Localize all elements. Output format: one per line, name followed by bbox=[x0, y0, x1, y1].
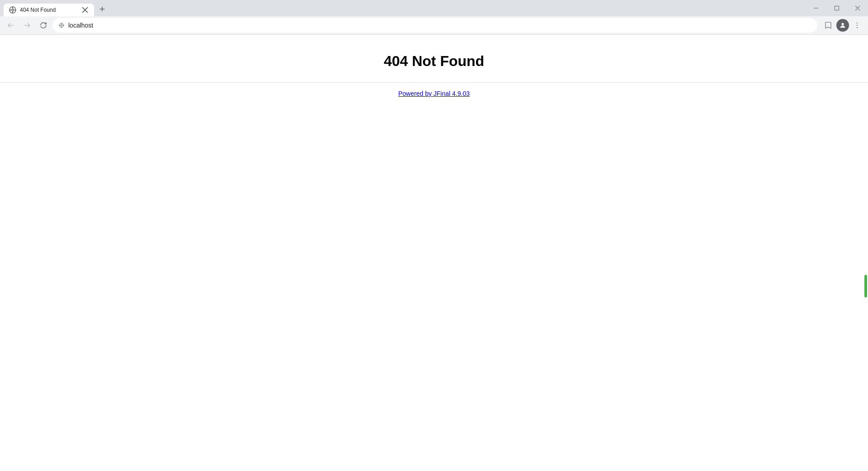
tab-favicon-icon bbox=[9, 6, 16, 14]
powered-by-link[interactable]: Powered by JFinal 4.9.03 bbox=[398, 90, 470, 97]
tab-close-button[interactable] bbox=[81, 6, 89, 14]
svg-point-5 bbox=[841, 23, 844, 25]
svg-point-8 bbox=[857, 27, 858, 28]
title-bar: 404 Not Found bbox=[0, 0, 868, 16]
bookmark-button[interactable] bbox=[821, 18, 835, 33]
page-heading: 404 Not Found bbox=[384, 53, 484, 70]
svg-point-4 bbox=[61, 24, 62, 26]
profile-button[interactable] bbox=[836, 19, 849, 32]
active-tab[interactable]: 404 Not Found bbox=[4, 4, 94, 16]
tab-title: 404 Not Found bbox=[20, 7, 78, 13]
window-controls bbox=[806, 0, 868, 16]
svg-point-7 bbox=[857, 25, 858, 26]
security-icon bbox=[58, 22, 65, 28]
svg-point-0 bbox=[9, 7, 16, 13]
maximize-button[interactable] bbox=[826, 0, 847, 16]
svg-rect-2 bbox=[835, 6, 839, 10]
new-tab-button[interactable] bbox=[96, 3, 108, 15]
close-button[interactable] bbox=[847, 0, 868, 16]
reload-button[interactable] bbox=[36, 18, 51, 33]
svg-point-6 bbox=[857, 23, 858, 24]
menu-button[interactable] bbox=[850, 18, 864, 33]
browser-window: 404 Not Found bbox=[0, 0, 868, 471]
page-separator bbox=[0, 82, 868, 83]
address-bar[interactable] bbox=[52, 18, 817, 33]
scrollbar[interactable] bbox=[863, 35, 868, 471]
address-input[interactable] bbox=[68, 22, 811, 29]
forward-button[interactable] bbox=[20, 18, 34, 33]
minimize-button[interactable] bbox=[806, 0, 826, 16]
toolbar bbox=[0, 16, 868, 34]
back-button[interactable] bbox=[4, 18, 18, 33]
tab-strip: 404 Not Found bbox=[0, 0, 108, 16]
scrollbar-thumb[interactable] bbox=[864, 275, 867, 297]
toolbar-right bbox=[821, 18, 864, 33]
page-content: 404 Not Found Powered by JFinal 4.9.03 bbox=[0, 35, 868, 471]
